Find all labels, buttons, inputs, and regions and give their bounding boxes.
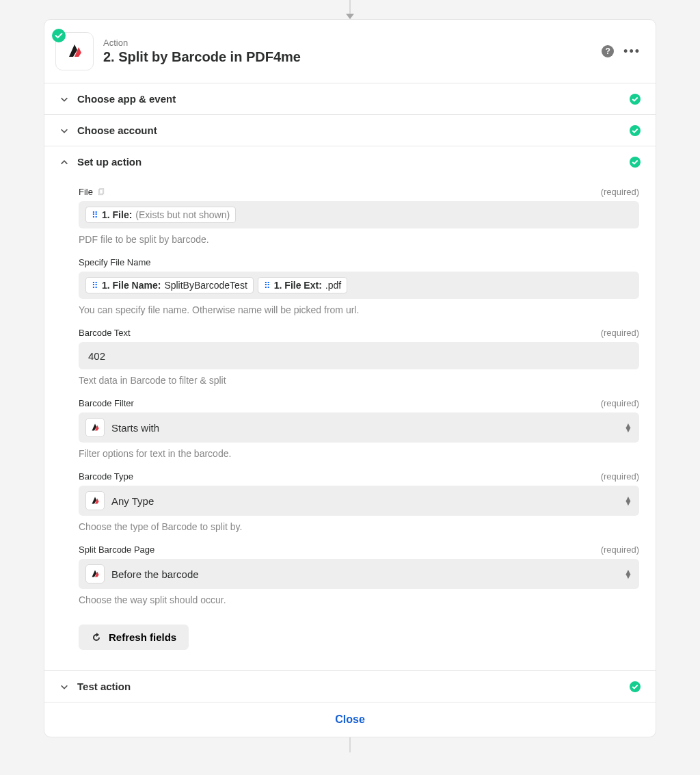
filename-pill-2[interactable]: ⠿ 1. File Ext: .pdf	[258, 277, 347, 293]
field-help: Choose the type of Barcode to split by.	[79, 521, 639, 532]
section-status-icon	[630, 125, 641, 136]
pill-value: .pdf	[325, 280, 341, 291]
section-app-event[interactable]: Choose app & event	[44, 83, 656, 114]
select-caret-icon: ▲▼	[624, 423, 632, 432]
section-label: Test action	[77, 681, 621, 692]
field-required: (required)	[601, 471, 639, 482]
pill-label: 1. File Ext:	[274, 280, 322, 291]
filename-pill-1[interactable]: ⠿ 1. File Name: SplitByBarcodeTest	[85, 277, 254, 293]
action-card: Action 2. Split by Barcode in PDF4me ? •…	[44, 19, 656, 737]
section-label: Choose account	[77, 124, 621, 136]
card-header: Action 2. Split by Barcode in PDF4me ? •…	[44, 20, 656, 83]
barcode-text-input[interactable]: 402	[79, 342, 639, 369]
field-required: (required)	[601, 187, 639, 197]
header-kicker: Action	[103, 38, 592, 48]
select-caret-icon: ▲▼	[624, 497, 632, 505]
split-page-select[interactable]: Before the barcode ▲▼	[79, 559, 639, 589]
app-mini-icon	[85, 418, 105, 437]
field-help: Choose the way split should occur.	[79, 594, 639, 605]
pill-value: SplitByBarcodeTest	[164, 280, 247, 291]
file-pill[interactable]: ⠿ 1. File: (Exists but not shown)	[85, 207, 236, 223]
pdf4me-icon	[89, 421, 101, 434]
field-barcode-text: Barcode Text (required) 402 Text data in…	[79, 328, 639, 386]
pill-label: 1. File:	[102, 209, 132, 220]
dropbox-icon: ⠿	[264, 280, 271, 291]
copy-icon[interactable]	[97, 188, 105, 196]
field-filename: Specify File Name ⠿ 1. File Name: SplitB…	[79, 257, 639, 315]
section-label: Choose app & event	[77, 93, 621, 105]
field-required: (required)	[601, 398, 639, 408]
dropbox-icon: ⠿	[92, 210, 98, 220]
section-test[interactable]: Test action	[44, 671, 656, 702]
barcode-type-select[interactable]: Any Type ▲▼	[79, 486, 639, 516]
barcode-filter-select[interactable]: Starts with ▲▼	[79, 412, 639, 443]
select-value: Before the barcode	[111, 568, 617, 580]
file-input[interactable]: ⠿ 1. File: (Exists but not shown)	[79, 201, 639, 228]
field-file: File (required) ⠿ 1. File: (Exists but n…	[79, 187, 639, 245]
refresh-fields-button[interactable]: Refresh fields	[79, 625, 189, 650]
section-account[interactable]: Choose account	[44, 115, 656, 146]
input-value: 402	[85, 349, 108, 363]
select-caret-icon: ▲▼	[624, 570, 632, 578]
section-status-icon	[630, 681, 641, 692]
refresh-label: Refresh fields	[109, 631, 176, 643]
chevron-down-icon	[59, 126, 69, 135]
refresh-icon	[91, 632, 102, 643]
connector-line-bottom	[349, 737, 351, 752]
check-icon	[55, 31, 63, 40]
section-status-icon	[630, 157, 641, 168]
field-label: Barcode Type	[79, 471, 133, 482]
pdf4me-icon	[89, 568, 101, 580]
field-split-page: Split Barcode Page (required) Before the…	[79, 544, 639, 605]
dropbox-icon: ⠿	[92, 280, 98, 291]
help-icon[interactable]: ?	[602, 45, 614, 57]
field-label: Barcode Text	[79, 328, 131, 338]
select-value: Any Type	[111, 495, 617, 507]
field-label: Barcode Filter	[79, 398, 134, 408]
section-status-icon	[630, 94, 641, 105]
app-icon	[55, 32, 94, 70]
pill-value: (Exists but not shown)	[135, 209, 230, 220]
field-barcode-filter: Barcode Filter (required) Starts with ▲▼…	[79, 398, 639, 459]
field-required: (required)	[601, 328, 639, 338]
pdf4me-icon	[64, 40, 85, 62]
field-label: File	[79, 187, 93, 197]
chevron-up-icon	[59, 157, 69, 167]
field-required: (required)	[601, 544, 639, 555]
field-help: You can specify file name. Otherwise nam…	[79, 304, 639, 315]
chevron-down-icon	[59, 94, 69, 104]
section-setup[interactable]: Set up action	[44, 146, 656, 177]
pdf4me-icon	[89, 495, 101, 507]
field-barcode-type: Barcode Type (required) Any Type ▲▼ Choo…	[79, 471, 639, 532]
field-label: Split Barcode Page	[79, 544, 154, 555]
select-value: Starts with	[111, 422, 617, 434]
connector-line-top	[349, 0, 351, 15]
field-label: Specify File Name	[79, 257, 150, 267]
chevron-down-icon	[59, 682, 69, 692]
field-help: PDF file to be split by barcode.	[79, 234, 639, 245]
setup-body: File (required) ⠿ 1. File: (Exists but n…	[44, 177, 656, 670]
arrow-down-icon	[346, 14, 354, 19]
pill-label: 1. File Name:	[102, 280, 161, 291]
field-help: Filter options for text in the barcode.	[79, 448, 639, 459]
status-check-badge	[52, 29, 66, 42]
app-mini-icon	[85, 564, 105, 583]
filename-input[interactable]: ⠿ 1. File Name: SplitByBarcodeTest ⠿ 1. …	[79, 272, 639, 299]
section-label: Set up action	[77, 156, 621, 168]
header-title: 2. Split by Barcode in PDF4me	[103, 49, 592, 65]
field-help: Text data in Barcode to filter & split	[79, 375, 639, 386]
app-mini-icon	[85, 491, 105, 510]
more-menu-icon[interactable]: •••	[623, 44, 641, 59]
close-button[interactable]: Close	[44, 702, 656, 737]
